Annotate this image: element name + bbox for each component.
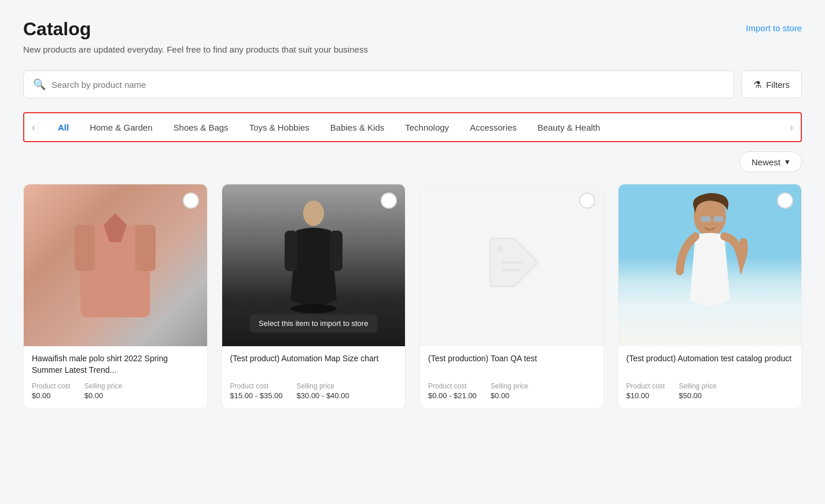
- product-name-2: (Test product) Automation Map Size chart: [230, 353, 397, 376]
- sort-row: Newest ▾: [23, 151, 802, 172]
- cost-label-3: Product cost: [428, 382, 477, 390]
- product-info-3: (Test production) Toan QA test Product c…: [420, 346, 603, 408]
- product-info-1: Hawaifish male polo shirt 2022 Spring Su…: [24, 346, 207, 408]
- cost-value-3: $0.00 - $21.00: [428, 391, 477, 400]
- product-placeholder-3: [420, 184, 603, 346]
- selling-value-4: $50.00: [679, 391, 716, 400]
- category-tabs-border: ‹ All Home & Garden Shoes & Bags Toys & …: [23, 112, 802, 142]
- svg-rect-13: [701, 216, 711, 222]
- cost-value-4: $10.00: [627, 391, 665, 400]
- product-card-2: Select this item to import to store (Tes…: [222, 184, 406, 409]
- product-image-wrap-1: [24, 184, 207, 346]
- import-to-store-link[interactable]: Import to store: [746, 23, 802, 33]
- page-wrapper: Catalog Import to store New products are…: [0, 0, 825, 504]
- price-col-cost-1: Product cost $0.00: [32, 382, 71, 400]
- price-col-selling-2: Selling price $30.00 - $40.00: [297, 382, 349, 400]
- tab-beauty-health[interactable]: Beauty & Health: [527, 117, 610, 138]
- tab-home-garden[interactable]: Home & Garden: [79, 117, 163, 138]
- polo-shirt-svg: [69, 207, 161, 323]
- svg-rect-3: [135, 225, 156, 271]
- price-col-selling-3: Selling price $0.00: [491, 382, 528, 400]
- product-card-4: (Test product) Automation test catalog p…: [618, 184, 802, 409]
- cost-label-1: Product cost: [32, 382, 71, 390]
- selling-label-4: Selling price: [679, 382, 716, 390]
- select-circle-2[interactable]: [381, 192, 397, 209]
- selling-value-1: $0.00: [84, 391, 122, 400]
- header-row: Catalog Import to store: [23, 18, 802, 40]
- sort-label: Newest: [752, 157, 780, 167]
- tab-technology[interactable]: Technology: [395, 117, 459, 138]
- price-col-cost-4: Product cost $10.00: [627, 382, 665, 400]
- category-tabs-wrapper: ‹ All Home & Garden Shoes & Bags Toys & …: [23, 112, 802, 142]
- tab-toys-hobbies[interactable]: Toys & Hobbies: [239, 117, 320, 138]
- cost-label-2: Product cost: [230, 382, 283, 390]
- selling-label-1: Selling price: [84, 382, 122, 390]
- price-row-4: Product cost $10.00 Selling price $50.00: [627, 382, 794, 400]
- tab-shoes-bags[interactable]: Shoes & Bags: [163, 117, 239, 138]
- search-filter-row: 🔍 ⚗ Filters: [23, 71, 802, 98]
- cost-label-4: Product cost: [627, 382, 665, 390]
- beach-woman-svg: [658, 184, 762, 346]
- price-row-1: Product cost $0.00 Selling price $0.00: [32, 382, 199, 400]
- selling-value-3: $0.00: [491, 391, 528, 400]
- price-row-3: Product cost $0.00 - $21.00 Selling pric…: [428, 382, 595, 400]
- product-card-1: Hawaifish male polo shirt 2022 Spring Su…: [23, 184, 208, 409]
- svg-rect-14: [713, 216, 724, 222]
- product-name-3: (Test production) Toan QA test: [428, 353, 595, 376]
- cost-value-1: $0.00: [32, 391, 71, 400]
- product-card-3: (Test production) Toan QA test Product c…: [419, 184, 604, 409]
- page-subtitle: New products are updated everyday. Feel …: [23, 45, 802, 54]
- selling-label-2: Selling price: [297, 382, 349, 390]
- search-input[interactable]: [51, 80, 724, 90]
- tab-babies-kids[interactable]: Babies & Kids: [320, 117, 395, 138]
- search-box: 🔍: [23, 71, 734, 98]
- tag-placeholder-icon: [483, 236, 540, 294]
- svg-rect-6: [330, 231, 342, 271]
- select-circle-1[interactable]: [183, 192, 199, 209]
- product-image-wrap-2: Select this item to import to store: [222, 184, 406, 346]
- next-arrow-button[interactable]: ›: [782, 116, 801, 139]
- tab-all[interactable]: All: [47, 117, 79, 138]
- tab-accessories[interactable]: Accessories: [459, 117, 527, 138]
- product-info-2: (Test product) Automation Map Size chart…: [222, 346, 406, 408]
- svg-point-4: [303, 201, 324, 226]
- svg-point-7: [290, 304, 337, 313]
- select-circle-3[interactable]: [579, 192, 595, 209]
- dress-svg: [279, 196, 348, 335]
- product-image-wrap-4: [618, 184, 802, 346]
- product-name-1: Hawaifish male polo shirt 2022 Spring Su…: [32, 353, 199, 376]
- filter-icon: ⚗: [753, 79, 761, 90]
- selling-label-3: Selling price: [491, 382, 528, 390]
- filter-label: Filters: [766, 80, 790, 90]
- select-circle-4[interactable]: [777, 192, 793, 209]
- svg-rect-5: [285, 231, 297, 271]
- products-grid: Hawaifish male polo shirt 2022 Spring Su…: [23, 184, 802, 409]
- sort-chevron-icon: ▾: [785, 157, 790, 167]
- product-name-4: (Test product) Automation test catalog p…: [627, 353, 794, 376]
- price-col-cost-2: Product cost $15.00 - $35.00: [230, 382, 283, 400]
- price-col-selling-1: Selling price $0.00: [84, 382, 122, 400]
- cost-value-2: $15.00 - $35.00: [230, 391, 283, 400]
- tabs-scroll: All Home & Garden Shoes & Bags Toys & Ho…: [43, 117, 782, 138]
- svg-point-8: [496, 246, 503, 253]
- price-col-cost-3: Product cost $0.00 - $21.00: [428, 382, 477, 400]
- sort-button[interactable]: Newest ▾: [739, 151, 802, 172]
- selling-value-2: $30.00 - $40.00: [297, 391, 349, 400]
- price-col-selling-4: Selling price $50.00: [679, 382, 716, 400]
- product-image-wrap-3: [420, 184, 603, 346]
- prev-arrow-button[interactable]: ‹: [24, 116, 43, 139]
- price-row-2: Product cost $15.00 - $35.00 Selling pri…: [230, 382, 397, 400]
- svg-rect-2: [75, 225, 95, 271]
- filter-button[interactable]: ⚗ Filters: [741, 71, 802, 98]
- search-icon: 🔍: [33, 78, 46, 91]
- page-title: Catalog: [23, 18, 91, 40]
- product-info-4: (Test product) Automation test catalog p…: [618, 346, 802, 408]
